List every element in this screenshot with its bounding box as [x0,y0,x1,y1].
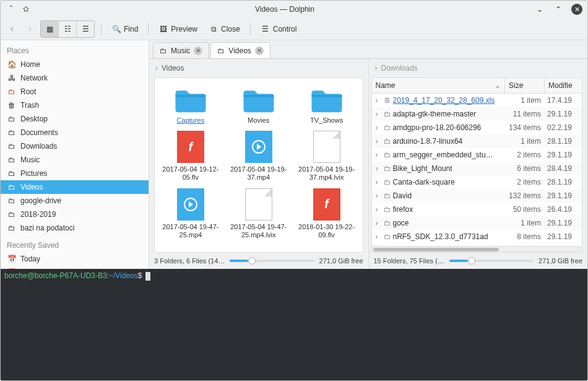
file-item[interactable]: 2017-05-04 19-47-25.mp4.lvix [227,188,291,239]
sidebar-item-label: Downloads [20,142,57,151]
table-row[interactable]: ›🗀Bike_Light_Mount6 items28.4.19 [372,162,582,175]
folder-item[interactable]: Captures [158,87,223,125]
column-modified[interactable]: Modifie [545,78,582,93]
sidebar-item-today[interactable]: 📅Today [1,252,149,266]
folder-icon: 🗀 [7,142,17,151]
details-view-button[interactable]: ☰ [77,21,94,37]
file-item[interactable]: 2017-05-04 19-19-37.mp4 [227,131,291,182]
breadcrumb-right-label: Downloads [381,64,418,72]
expand-icon[interactable]: › [372,151,382,159]
table-row[interactable]: ›🗀arduino-1.8.7-linux641 item28.1.19 [372,134,582,148]
expand-icon[interactable]: › [372,123,382,132]
sidebar-item-google-drive[interactable]: 🗀google-drive [1,194,149,208]
table-row[interactable]: ›🗎2019_4_17_20_32_28_609.xls1 item17.4.1… [372,94,582,107]
expand-icon[interactable]: › [372,110,382,118]
row-name: David [393,191,506,200]
preview-button[interactable]: 🖼 Preview [155,21,201,37]
sidebar-item-bazi-na-podatoci[interactable]: 🗀bazi na podatoci [1,221,149,235]
expand-icon[interactable]: › [372,205,382,214]
column-size[interactable]: Size [505,78,545,93]
table-row[interactable]: ›🗀adapta-gtk-theme-master11 items29.1.19 [372,107,582,121]
expand-icon[interactable]: › [372,137,382,146]
row-size: 132 items [505,191,545,200]
expand-icon[interactable]: › [372,164,382,173]
expand-icon[interactable]: › [372,219,382,227]
folder-icon: 🗀 [7,196,17,205]
folder-icon: 🗀 [7,87,17,96]
detail-view[interactable]: Name ⌄ Size Modifie ›🗎2019_4_17_20_32_28… [371,77,583,253]
table-row[interactable]: ›🗀goce1 item29.1.19 [372,216,582,230]
control-menu-button[interactable]: ☰ Control [257,21,301,37]
sidebar-item-pictures[interactable]: 🗀Pictures [1,167,149,180]
table-row[interactable]: ›🗀David132 items29.1.19 [372,189,582,203]
tab-music[interactable]: 🗀Music✕ [153,42,209,58]
expand-icon[interactable]: › [372,96,382,105]
sidebar-item-documents[interactable]: 🗀Documents [1,126,149,139]
menu-up-icon[interactable]: ˆ [6,4,17,15]
chevron-right-icon: › [155,64,158,72]
forward-button[interactable] [23,21,37,37]
file-item[interactable]: f2018-01-30 19-22-09.flv [295,188,359,239]
item-label: 2017-05-04 19-47-25.mp4 [161,223,220,239]
sidebar-item-label: Desktop [20,115,48,123]
folder-icon: 🗀 [382,137,393,146]
sidebar-item-2018-2019[interactable]: 🗀2018-2019 [1,208,149,221]
column-name[interactable]: Name ⌄ [372,78,506,93]
file-item[interactable]: 2017-05-04 19-19-37.mp4.lvix [295,131,359,182]
left-status: 3 Folders, 6 Files (14… 271,0 GiB free [149,253,368,269]
breadcrumb-right[interactable]: › Downloads [369,59,588,77]
tab-close-button[interactable]: ✕ [255,46,264,55]
terminal-panel[interactable]: borche@borche-P67A-UD3-B3:~/Videos$ [1,269,587,380]
icon-view[interactable]: CapturesMoviesTV_Showsf2017-05-04 19-12-… [154,77,363,253]
table-row[interactable]: ›🗀firefox50 items26.4.19 [372,203,582,216]
window-title: Videos — Dolphin [255,5,314,14]
places-list: 🏠Home🖧Network🗀Root🗑Trash🗀Desktop🗀Documen… [1,58,149,235]
chevron-right-icon: › [375,64,378,72]
compact-view-button[interactable]: ☷ [59,21,77,37]
folder-item[interactable]: TV_Shows [295,87,359,125]
right-pane: › Downloads Name ⌄ Size Modifie ›🗎201 [369,59,588,269]
folder-item[interactable]: Movies [227,87,291,125]
expand-icon[interactable]: › [372,191,382,200]
file-item[interactable]: f2017-05-04 19-12-05.flv [158,131,223,182]
maximize-icon[interactable]: ⌃ [553,4,564,15]
row-name: goce [393,219,506,227]
sidebar-item-network[interactable]: 🖧Network [1,71,149,85]
zoom-slider-left[interactable] [230,260,314,262]
table-row[interactable]: ›🗀arm_segger_embedded_stu…2 items29.1.19 [372,148,582,162]
sidebar-item-desktop[interactable]: 🗀Desktop [1,112,149,126]
sidebar-item-downloads[interactable]: 🗀Downloads [1,139,149,153]
icons-view-button[interactable]: ▦ [41,21,59,37]
expand-icon[interactable]: › [372,178,382,186]
sidebar-item-root[interactable]: 🗀Root [1,85,149,99]
sidebar-item-label: Music [20,155,40,164]
sidebar-item-home[interactable]: 🏠Home [1,58,149,71]
tab-videos[interactable]: 🗀Videos✕ [210,42,270,58]
zoom-slider-right[interactable] [449,260,534,262]
file-item[interactable]: 2017-05-04 19-47-25.mp4 [158,188,223,239]
table-row[interactable]: ›🗀Canta-dark-square2 items28.1.19 [372,175,582,189]
table-row[interactable]: ›🗀amdgpu-pro-18.20-606296134 items02.2.1… [372,121,582,134]
sidebar-item-videos[interactable]: 🗀Videos [1,180,149,194]
folder-icon: 🏠 [7,60,17,69]
sidebar-item-trash[interactable]: 🗑Trash [1,99,149,112]
pin-icon[interactable] [20,4,32,15]
close-split-button[interactable]: ⧉ Close [205,21,244,37]
horizontal-scrollbar[interactable] [372,246,582,252]
row-name: Canta-dark-square [393,178,506,186]
preview-label: Preview [171,25,197,33]
row-modified: 29.1.19 [545,219,582,227]
find-button[interactable]: 🔍 Find [108,21,142,37]
back-button[interactable] [6,21,19,37]
sidebar-item-label: google-drive [20,196,61,205]
tab-close-button[interactable]: ✕ [194,46,202,55]
places-header: Places [1,40,149,58]
hamburger-icon: ☰ [261,24,270,34]
breadcrumb-left[interactable]: › Videos [149,59,368,77]
table-row[interactable]: ›🗀nRF5_SDK_12.3.0_d7731ad8 items29.1.19 [372,230,582,243]
sidebar-item-music[interactable]: 🗀Music [1,153,149,167]
close-window-button[interactable]: ✕ [571,4,582,15]
flash-file-icon: f [177,131,204,163]
minimize-icon[interactable]: ⌄ [534,4,545,15]
expand-icon[interactable]: › [372,232,382,241]
